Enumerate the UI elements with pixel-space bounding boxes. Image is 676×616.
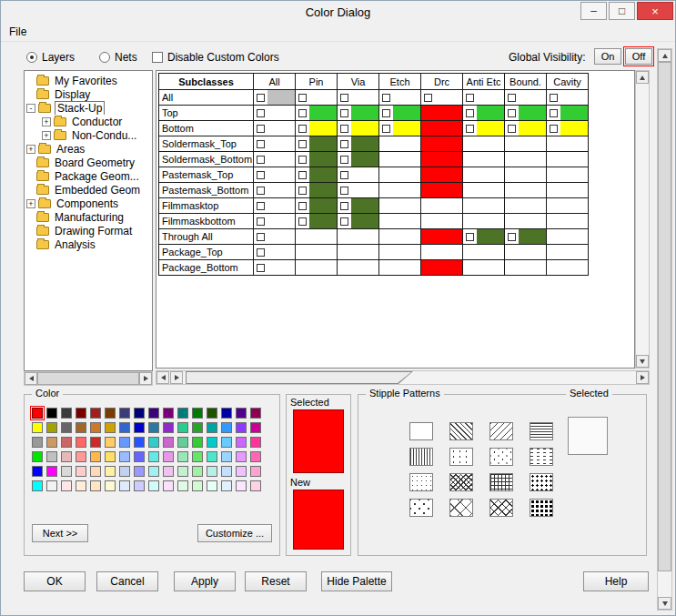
- cell-checkbox[interactable]: [340, 94, 348, 102]
- cell-color[interactable]: [519, 106, 546, 120]
- cell-color[interactable]: [351, 167, 378, 182]
- cell-pin[interactable]: [296, 167, 338, 183]
- cell-color[interactable]: [267, 245, 295, 259]
- cell-via[interactable]: [338, 90, 379, 106]
- cell-drc[interactable]: [421, 229, 463, 245]
- cell-cavity[interactable]: [547, 245, 589, 260]
- cell-antietc[interactable]: [463, 183, 505, 198]
- cell-color[interactable]: [560, 136, 588, 151]
- cell-color[interactable]: [309, 121, 337, 136]
- cell-color[interactable]: [393, 90, 420, 105]
- cell-checkbox[interactable]: [257, 94, 265, 102]
- cell-etch[interactable]: [379, 121, 421, 136]
- color-swatch[interactable]: [148, 437, 159, 448]
- cell-checkbox[interactable]: [257, 202, 265, 210]
- color-swatch[interactable]: [236, 422, 247, 433]
- color-swatch[interactable]: [46, 480, 57, 491]
- cell-cavity[interactable]: [547, 90, 589, 106]
- cell-antietc[interactable]: [463, 198, 505, 214]
- cell-all[interactable]: [254, 152, 296, 167]
- cell-drc[interactable]: [421, 136, 463, 152]
- cell-color[interactable]: [560, 245, 588, 259]
- color-swatch[interactable]: [250, 451, 261, 462]
- color-swatch[interactable]: [32, 408, 43, 419]
- cell-color[interactable]: [560, 90, 588, 105]
- scroll-up-button[interactable]: [636, 71, 649, 84]
- cell-color[interactable]: [477, 214, 504, 228]
- layers-radio[interactable]: Layers: [26, 51, 75, 64]
- cell-all[interactable]: [254, 121, 296, 136]
- cell-color[interactable]: [560, 152, 588, 167]
- cell-pin[interactable]: [296, 106, 338, 121]
- cell-bound[interactable]: [505, 198, 547, 214]
- cell-bound[interactable]: [505, 152, 547, 167]
- cell-checkbox[interactable]: [508, 125, 516, 133]
- color-swatch[interactable]: [163, 408, 174, 419]
- cell-color[interactable]: [477, 152, 504, 167]
- cell-drc[interactable]: [421, 152, 463, 167]
- stipple-diag-back[interactable]: [449, 422, 473, 440]
- cell-checkbox[interactable]: [382, 94, 390, 102]
- color-swatch[interactable]: [163, 422, 174, 433]
- cell-color[interactable]: [519, 90, 546, 105]
- sheet-tab[interactable]: [186, 371, 413, 384]
- cell-antietc[interactable]: [463, 260, 505, 276]
- color-swatch[interactable]: [46, 422, 57, 433]
- color-swatch[interactable]: [177, 437, 188, 448]
- cell-color[interactable]: [351, 121, 378, 136]
- cell-via[interactable]: [338, 121, 379, 136]
- menu-file[interactable]: File: [1, 23, 35, 41]
- cell-via[interactable]: [338, 183, 379, 198]
- color-swatch[interactable]: [221, 422, 232, 433]
- cell-antietc[interactable]: [463, 167, 505, 183]
- cell-color[interactable]: [309, 198, 337, 213]
- cell-via[interactable]: [338, 106, 379, 121]
- tree-item[interactable]: +Areas: [25, 142, 152, 156]
- color-swatch[interactable]: [61, 451, 72, 462]
- minimize-button[interactable]: –: [580, 2, 607, 20]
- color-swatch[interactable]: [76, 480, 86, 491]
- color-swatch[interactable]: [105, 408, 116, 419]
- stipple-diamond[interactable]: [449, 499, 473, 517]
- cell-checkbox[interactable]: [508, 94, 516, 102]
- color-swatch[interactable]: [236, 408, 247, 419]
- cell-etch[interactable]: [379, 198, 421, 214]
- cell-checkbox[interactable]: [340, 171, 348, 179]
- cell-via[interactable]: [338, 152, 379, 167]
- cell-drc[interactable]: [421, 121, 463, 136]
- cell-color[interactable]: [351, 260, 378, 275]
- tree-item[interactable]: +Conductor: [25, 115, 152, 128]
- cell-antietc[interactable]: [463, 229, 505, 245]
- cell-drc[interactable]: [421, 90, 463, 106]
- cell-pin[interactable]: [296, 152, 338, 167]
- cell-antietc[interactable]: [463, 90, 505, 106]
- cell-color[interactable]: [393, 183, 420, 197]
- cell-color[interactable]: [519, 121, 546, 136]
- color-swatch[interactable]: [61, 466, 72, 477]
- cell-color[interactable]: [519, 198, 546, 213]
- color-swatch[interactable]: [250, 437, 261, 448]
- tree-item[interactable]: Package Geom...: [25, 169, 152, 183]
- scroll-down-button[interactable]: [658, 597, 671, 610]
- cell-pin[interactable]: [296, 245, 338, 260]
- cell-color[interactable]: [309, 167, 337, 182]
- color-swatch[interactable]: [119, 451, 130, 462]
- cell-checkbox[interactable]: [298, 94, 307, 102]
- cell-pin[interactable]: [296, 136, 338, 152]
- stipple-dots-wide[interactable]: [409, 499, 433, 517]
- cell-color[interactable]: [309, 136, 337, 151]
- scroll-up-button[interactable]: [658, 49, 671, 62]
- cell-color[interactable]: [519, 214, 546, 228]
- cell-bound[interactable]: [505, 121, 547, 136]
- scroll-down-button[interactable]: [636, 355, 649, 368]
- cell-etch[interactable]: [379, 245, 421, 260]
- color-swatch[interactable]: [192, 408, 203, 419]
- cell-bound[interactable]: [505, 183, 547, 198]
- cell-color[interactable]: [393, 121, 420, 136]
- cell-via[interactable]: [338, 214, 379, 229]
- cell-checkbox[interactable]: [382, 125, 390, 133]
- cell-all[interactable]: [254, 214, 296, 229]
- color-swatch[interactable]: [134, 480, 145, 491]
- cell-pin[interactable]: [296, 198, 338, 214]
- color-swatch[interactable]: [90, 451, 101, 462]
